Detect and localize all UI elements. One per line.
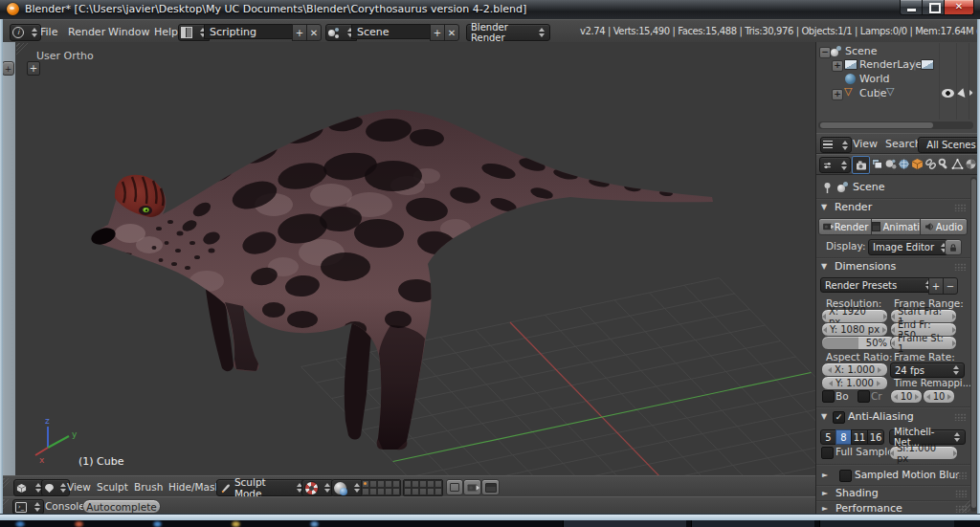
resolution-percentage-slider[interactable]: 50% xyxy=(821,336,896,350)
render-presets-dropdown[interactable]: Render Presets xyxy=(820,277,937,293)
remap-old-field[interactable]: 10 xyxy=(890,389,923,404)
render-panel-arrow-icon[interactable]: ▼ xyxy=(821,203,827,211)
border-checkbox[interactable] xyxy=(822,390,835,403)
scene-delete-button[interactable]: ✕ xyxy=(444,24,459,41)
outliner-item-world[interactable]: World xyxy=(859,73,890,85)
tab-modifiers[interactable] xyxy=(938,158,950,173)
close-button[interactable]: ✕ xyxy=(944,0,974,15)
expand-region-button[interactable]: + xyxy=(2,61,14,76)
outliner-item-cube[interactable]: Cube xyxy=(859,87,886,99)
render-panel-title[interactable]: Render xyxy=(835,201,872,213)
taskbar-app-icon[interactable] xyxy=(310,521,319,527)
aa-samples-5-button[interactable]: 5 xyxy=(820,429,836,445)
corythosaurus-model[interactable] xyxy=(89,109,713,450)
aa-samples-16-button[interactable]: 16 xyxy=(867,429,884,445)
opengl-render-still-button[interactable] xyxy=(463,479,481,495)
preset-remove-button[interactable]: − xyxy=(943,277,958,295)
aa-panel-arrow-icon[interactable]: ▼ xyxy=(821,412,827,421)
full-sample-checkbox[interactable] xyxy=(821,447,834,459)
taskbar-app-icon[interactable] xyxy=(232,521,240,527)
tab-render-layers[interactable] xyxy=(871,158,883,173)
preset-add-button[interactable]: + xyxy=(928,277,944,295)
menu-file[interactable]: File xyxy=(40,20,57,43)
tab-material[interactable] xyxy=(965,158,977,173)
aa-samples-11-button[interactable]: 11 xyxy=(851,429,868,445)
aa-filter-size-field[interactable]: Si:1.000 px xyxy=(889,446,958,460)
aa-panel-title[interactable]: Anti-Aliasing xyxy=(848,410,914,423)
remap-new-field[interactable]: 10 xyxy=(923,389,955,404)
menu-outliner-view[interactable]: View xyxy=(853,134,878,154)
render-audio-button[interactable]: Audio xyxy=(920,218,968,235)
mesh-data-icon[interactable]: ▽ xyxy=(886,86,894,98)
interaction-mode-dropdown[interactable]: Sculpt Mode xyxy=(216,479,308,496)
outliner-item-scene[interactable]: Scene xyxy=(845,45,878,57)
console-editor-type-button[interactable]: ›_ xyxy=(12,499,44,515)
mode-icon-dropdown[interactable] xyxy=(41,479,70,496)
layout-delete-button[interactable]: ✕ xyxy=(306,24,322,41)
menu-brush[interactable]: Brush xyxy=(134,476,163,497)
menu-hide-mask[interactable]: Hide/Mask xyxy=(168,476,221,497)
render-still-button[interactable]: Render xyxy=(818,218,872,235)
maximize-button[interactable] xyxy=(922,0,946,15)
pivot-point-dropdown[interactable] xyxy=(301,479,334,496)
scene-collapse-toggle[interactable]: − xyxy=(819,47,831,58)
shading-title[interactable]: Shading xyxy=(835,487,879,499)
3d-viewport-canvas[interactable]: z y x xyxy=(15,42,815,475)
resolution-y-field[interactable]: Y: 1080 px xyxy=(821,322,888,337)
panel-drag-dots[interactable] xyxy=(955,472,968,479)
layout-name-field[interactable]: Scripting xyxy=(204,24,301,39)
dimensions-panel-title[interactable]: Dimensions xyxy=(835,260,896,273)
sampled-motion-blur-title[interactable]: Sampled Motion Blur xyxy=(855,469,959,480)
render-engine-dropdown[interactable]: Blender Render xyxy=(466,24,550,41)
menu-view[interactable]: View xyxy=(67,476,91,497)
windows-taskbar[interactable] xyxy=(0,520,980,527)
scrollbar-thumb[interactable] xyxy=(971,179,976,508)
layout-add-button[interactable]: + xyxy=(292,24,307,41)
menu-window[interactable]: Window xyxy=(108,20,149,43)
outliner-filter-dropdown[interactable]: All Scenes xyxy=(918,137,980,153)
resolution-x-field[interactable]: X: 1920 px xyxy=(821,309,888,323)
aspect-x-field[interactable]: X: 1.000 xyxy=(821,362,888,377)
menu-outliner-search[interactable]: Search xyxy=(885,134,922,154)
crop-checkbox[interactable] xyxy=(858,390,870,403)
taskbar-app-icon[interactable] xyxy=(153,521,162,527)
panel-drag-dots[interactable] xyxy=(955,490,968,497)
start-orb-icon[interactable] xyxy=(15,521,25,527)
menu-console[interactable]: Console xyxy=(45,497,85,515)
taskbar-open-app[interactable] xyxy=(563,520,686,527)
tab-render[interactable] xyxy=(852,156,870,174)
taskbar-open-app[interactable] xyxy=(819,520,954,527)
panel-drag-dots[interactable] xyxy=(954,413,967,421)
render-result-icon[interactable] xyxy=(921,59,934,70)
render-animation-button[interactable]: Animati xyxy=(871,218,921,235)
scrollbar-thumb[interactable] xyxy=(820,122,933,128)
taskbar-open-app[interactable] xyxy=(691,520,814,527)
matcap-shading-dropdown[interactable] xyxy=(331,479,364,496)
autocomplete-button[interactable]: Autocomplete xyxy=(82,499,161,514)
outliner-hscrollbar[interactable] xyxy=(818,121,973,129)
menu-render[interactable]: Render xyxy=(68,20,105,43)
layers-grid-left[interactable] xyxy=(361,479,401,496)
performance-panel-arrow-icon[interactable]: ► xyxy=(822,504,828,513)
opengl-render-anim-button[interactable] xyxy=(481,479,500,495)
selectability-pointer-icon[interactable] xyxy=(957,87,969,98)
display-lock-button[interactable] xyxy=(945,239,962,255)
tab-object[interactable] xyxy=(911,158,924,173)
tab-scene[interactable] xyxy=(884,158,897,173)
tab-constraints[interactable] xyxy=(924,158,937,173)
panel-drag-dots[interactable] xyxy=(954,263,967,271)
pin-icon[interactable] xyxy=(822,182,833,194)
cube-expand-toggle[interactable]: + xyxy=(832,89,843,100)
renderlayers-expand-toggle[interactable]: + xyxy=(832,60,843,72)
smb-enable-checkbox[interactable] xyxy=(839,470,852,482)
frame-step-field[interactable]: Frame St: 1 xyxy=(890,336,957,350)
aa-enable-checkbox[interactable]: ✓ xyxy=(833,411,845,424)
3d-viewport[interactable]: z y x + User Ortho (1) Cube xyxy=(15,42,815,475)
tab-world[interactable] xyxy=(898,158,910,173)
smb-panel-arrow-icon[interactable]: ► xyxy=(822,471,828,479)
minimize-button[interactable] xyxy=(900,0,924,15)
lock-to-scene-button[interactable] xyxy=(446,479,463,495)
scene-add-button[interactable]: + xyxy=(430,24,445,41)
frame-rate-dropdown[interactable]: 24 fps xyxy=(890,362,965,378)
display-dropdown[interactable]: Image Editor xyxy=(868,239,952,255)
